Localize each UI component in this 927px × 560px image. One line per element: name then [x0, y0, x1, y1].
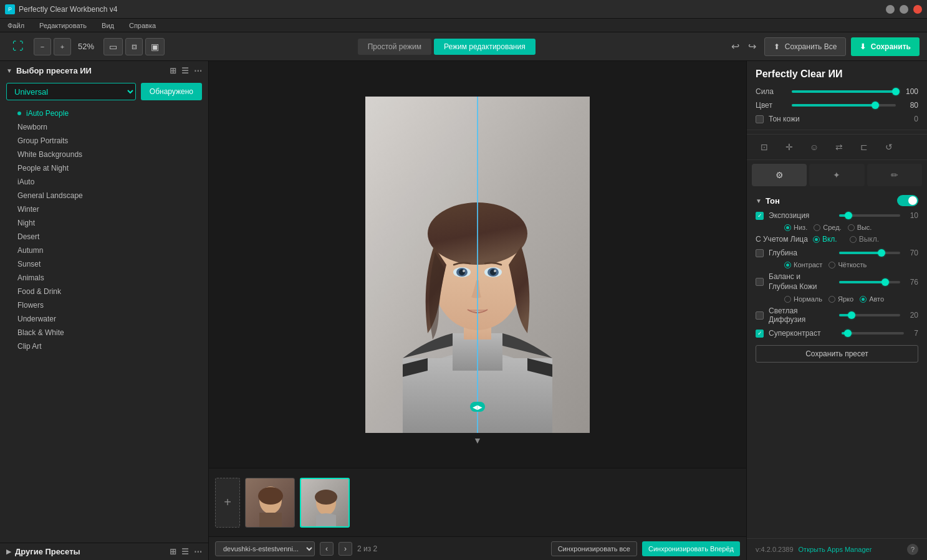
supercontrast-checkbox[interactable]: ✓	[756, 330, 764, 338]
crop-tool-icon[interactable]: ⊡	[756, 138, 773, 156]
supercontrast-slider[interactable]	[842, 332, 905, 335]
light-diffusion-slider[interactable]	[839, 314, 900, 316]
other-presets-toggle[interactable]: ▶	[6, 548, 11, 555]
save-preset-btn[interactable]: Сохранить пресет	[756, 345, 918, 363]
preset-item-autumn[interactable]: Autumn	[0, 244, 208, 257]
window-controls[interactable]	[886, 5, 922, 14]
compare-view-btn[interactable]: ▣	[145, 38, 165, 55]
preset-item-group-portraits[interactable]: Group Portraits	[0, 134, 208, 148]
prev-image-btn[interactable]: ‹	[320, 542, 334, 556]
save-all-btn[interactable]: ⬆ Сохранить Все	[764, 37, 846, 56]
sync-fwd-btn[interactable]: Синхронизировать Вперёд	[642, 541, 740, 556]
file-selector[interactable]: devushki-s-estestvenni...	[215, 541, 315, 556]
list-view-icon[interactable]: ☰	[181, 66, 189, 75]
preset-item-winter[interactable]: Winter	[0, 202, 208, 216]
filmstrip-thumb-1[interactable]	[245, 478, 295, 528]
color-tool-icon[interactable]: ⇄	[830, 138, 848, 156]
preset-item-newborn[interactable]: Newborn	[0, 120, 208, 134]
preset-item-food-drink[interactable]: Food & Drink	[0, 285, 208, 298]
preset-item-underwater[interactable]: Underwater	[0, 312, 208, 326]
preset-item-general-landscape[interactable]: General Landscape	[0, 189, 208, 202]
other-presets-header[interactable]: ▶ Другие Пресеты ⊞ ☰ ⋯	[6, 547, 202, 556]
contrast-radio[interactable]: Контраст	[784, 261, 822, 268]
save-btn[interactable]: ⬇ Сохранить	[851, 37, 920, 56]
skin-balance-thumb[interactable]	[881, 278, 889, 286]
zoom-out-btn[interactable]: −	[34, 38, 51, 55]
preset-item-iauto-people[interactable]: iAuto People	[0, 107, 208, 120]
preset-item-animals[interactable]: Animals	[0, 271, 208, 285]
maximize-btn[interactable]	[900, 5, 908, 14]
bright-radio[interactable]: Ярко	[829, 295, 853, 303]
exposure-slider[interactable]	[839, 214, 900, 217]
exposure-checkbox[interactable]: ✓	[756, 212, 764, 220]
preset-item-clip-art[interactable]: Clip Art	[0, 339, 208, 353]
skin-balance-slider[interactable]	[839, 281, 900, 283]
other-grid-icon[interactable]: ⊞	[170, 547, 176, 556]
preset-item-sunset[interactable]: Sunset	[0, 257, 208, 271]
menu-edit[interactable]: Редактировать	[37, 21, 89, 31]
preset-item-flowers[interactable]: Flowers	[0, 298, 208, 312]
preset-dropdown[interactable]: Universal	[6, 83, 136, 100]
other-more-icon[interactable]: ⋯	[194, 547, 202, 556]
exposure-high-radio[interactable]: Выс.	[848, 224, 872, 231]
depth-slider[interactable]	[839, 252, 900, 254]
sila-thumb[interactable]	[892, 88, 900, 95]
light-diffusion-checkbox[interactable]	[756, 311, 764, 320]
light-diffusion-thumb[interactable]	[848, 311, 855, 319]
section-toggle-icon[interactable]: ▼	[6, 67, 12, 74]
preset-item-black-white[interactable]: Black & White	[0, 326, 208, 339]
depth-thumb[interactable]	[878, 249, 885, 257]
ton-toggle-icon[interactable]: ▼	[756, 197, 762, 204]
normal-radio[interactable]: Нормаль	[784, 295, 822, 303]
menu-file[interactable]: Файл	[5, 21, 27, 31]
help-btn[interactable]: ?	[907, 544, 918, 555]
preset-item-white-backgrounds[interactable]: White Backgrounds	[0, 148, 208, 161]
face-off-option[interactable]: Выкл.	[850, 235, 879, 244]
skin-balance-checkbox[interactable]	[756, 278, 764, 286]
tsvet-slider[interactable]	[792, 104, 896, 107]
other-list-icon[interactable]: ☰	[181, 547, 189, 556]
exposure-thumb[interactable]	[845, 212, 852, 219]
add-image-btn[interactable]: +	[215, 478, 240, 528]
preset-item-iauto[interactable]: iAuto	[0, 175, 208, 189]
depth-checkbox[interactable]	[756, 249, 764, 257]
edit-mode-btn[interactable]: Режим редактирования	[434, 39, 536, 55]
preset-item-night[interactable]: Night	[0, 216, 208, 230]
exposure-mid-radio[interactable]: Сред.	[814, 224, 841, 231]
sync-all-btn[interactable]: Синхронизировать все	[551, 541, 637, 556]
brush-tab[interactable]: ✦	[809, 164, 864, 186]
simple-mode-btn[interactable]: Простой режим	[358, 39, 431, 55]
menu-help[interactable]: Справка	[127, 21, 158, 31]
face-tool-icon[interactable]: ☺	[805, 138, 823, 156]
single-view-btn[interactable]: ▭	[103, 38, 123, 55]
more-options-icon[interactable]: ⋯	[194, 66, 202, 75]
preset-item-people-at-night[interactable]: People at Night	[0, 161, 208, 175]
preset-item-desert[interactable]: Desert	[0, 230, 208, 244]
split-tool-icon[interactable]: ⊏	[855, 138, 873, 156]
auto-radio[interactable]: Авто	[860, 295, 884, 303]
undo-btn[interactable]: ↩	[728, 39, 742, 54]
sila-slider[interactable]	[792, 90, 896, 93]
detect-btn[interactable]: Обнаружено	[141, 83, 202, 100]
paint-tab[interactable]: ✏	[867, 164, 922, 186]
transform-tool-icon[interactable]: ✛	[781, 138, 798, 156]
redo-btn[interactable]: ↪	[745, 39, 759, 54]
face-on-option[interactable]: Вкл.	[813, 235, 837, 244]
sharpness-radio[interactable]: Чёткость	[829, 261, 867, 268]
filmstrip-thumb-2[interactable]	[300, 478, 350, 528]
next-image-btn[interactable]: ›	[339, 542, 352, 556]
menu-view[interactable]: Вид	[99, 21, 117, 31]
zoom-in-btn[interactable]: +	[54, 38, 71, 55]
split-view-btn[interactable]: ⧈	[125, 38, 143, 55]
close-btn[interactable]	[913, 5, 922, 14]
minimize-btn[interactable]	[886, 5, 895, 14]
skin-tone-checkbox[interactable]	[756, 115, 764, 123]
tsvet-thumb[interactable]	[872, 102, 879, 109]
open-apps-btn[interactable]: Открыть Apps Manager	[799, 546, 872, 553]
sliders-tab[interactable]: ⚙	[752, 164, 807, 186]
ton-enable-toggle[interactable]	[897, 195, 918, 206]
fit-icon-btn[interactable]: ⛶	[7, 38, 29, 55]
supercontrast-thumb[interactable]	[844, 330, 852, 337]
grid-view-icon[interactable]: ⊞	[170, 66, 176, 75]
refresh-tool-icon[interactable]: ↺	[880, 138, 898, 156]
